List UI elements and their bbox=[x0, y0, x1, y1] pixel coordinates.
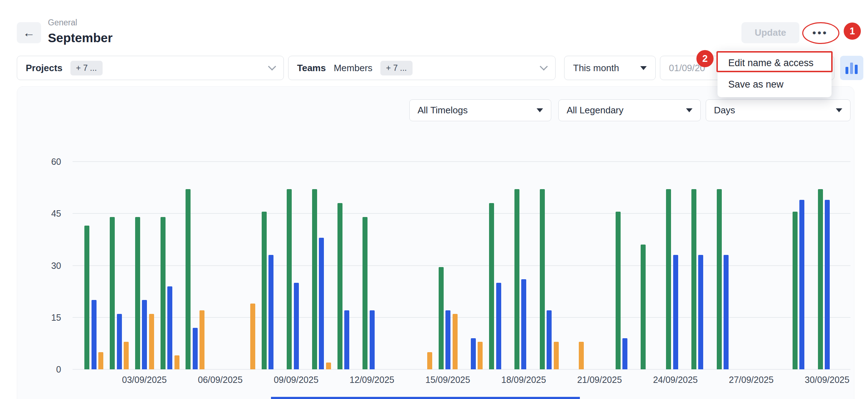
menu-item-save-as-new[interactable]: Save as new bbox=[717, 74, 832, 95]
bar-orange-day-20 bbox=[579, 342, 584, 369]
teams-filter-select[interactable]: Teams Members + 7 ... bbox=[288, 56, 556, 80]
x-tick-label: 27/09/2025 bbox=[721, 375, 781, 385]
bar-green-day-4 bbox=[161, 217, 166, 369]
bar-green-day-10 bbox=[312, 189, 317, 369]
bar-blue-day-22 bbox=[622, 338, 627, 369]
bar-blue-day-19 bbox=[547, 310, 552, 369]
bar-orange-day-7 bbox=[250, 304, 255, 369]
update-button[interactable]: Update bbox=[741, 22, 799, 43]
bar-blue-day-5 bbox=[193, 328, 198, 369]
bar-blue-day-17 bbox=[496, 283, 501, 369]
chevron-down-icon bbox=[540, 63, 548, 71]
bar-orange-day-16 bbox=[478, 342, 483, 369]
partial-bar-bottom bbox=[271, 397, 580, 399]
bar-blue-day-25 bbox=[698, 255, 703, 369]
bar-green-day-3 bbox=[135, 217, 140, 369]
y-tick-label: 45 bbox=[20, 208, 61, 219]
bar-blue-day-10 bbox=[319, 238, 324, 369]
bar-orange-day-3 bbox=[149, 314, 154, 369]
bar-green-day-29 bbox=[793, 212, 798, 369]
teams-filter-chip[interactable]: + 7 ... bbox=[380, 61, 413, 75]
more-dots-icon: ••• bbox=[812, 27, 828, 39]
bar-orange-day-5 bbox=[199, 310, 204, 369]
bar-green-day-23 bbox=[641, 245, 646, 369]
bar-green-day-22 bbox=[616, 212, 621, 369]
bar-green-day-15 bbox=[439, 267, 444, 369]
gridline bbox=[73, 161, 850, 162]
more-options-button[interactable]: ••• bbox=[803, 22, 837, 43]
bar-orange-day-10 bbox=[326, 363, 331, 369]
bar-green-day-17 bbox=[489, 203, 494, 369]
caret-down-icon bbox=[640, 66, 647, 70]
annotation-badge-1: 1 bbox=[844, 23, 861, 40]
bar-blue-day-24 bbox=[673, 255, 678, 369]
bar-green-day-18 bbox=[514, 189, 519, 369]
bar-orange-day-19 bbox=[554, 342, 559, 369]
bar-orange-day-4 bbox=[174, 355, 179, 369]
bar-green-day-24 bbox=[666, 189, 671, 369]
period-select[interactable]: This month bbox=[564, 56, 656, 80]
chevron-down-icon bbox=[268, 63, 276, 71]
bar-chart-icon bbox=[845, 62, 859, 74]
bar-orange-day-2 bbox=[124, 342, 129, 369]
bar-green-day-1 bbox=[84, 226, 89, 369]
bar-blue-day-11 bbox=[344, 310, 349, 369]
annotation-badge-2: 2 bbox=[696, 50, 714, 67]
chart-card: All Timelogs All Legendary Days 01530456… bbox=[17, 86, 854, 399]
bar-green-day-2 bbox=[110, 217, 115, 369]
bar-green-day-11 bbox=[337, 203, 342, 369]
bar-blue-day-30 bbox=[825, 200, 830, 369]
bar-green-day-26 bbox=[717, 189, 722, 369]
bar-green-day-25 bbox=[691, 189, 696, 369]
bar-blue-day-15 bbox=[445, 310, 450, 369]
x-tick-label: 12/09/2025 bbox=[341, 375, 402, 385]
y-tick-label: 30 bbox=[20, 260, 61, 271]
period-value: This month bbox=[573, 63, 619, 74]
projects-filter-select[interactable]: Projects + 7 ... bbox=[17, 56, 284, 80]
report-page: ← General September Update ••• Projects … bbox=[0, 0, 868, 399]
bar-orange-day-15 bbox=[453, 314, 458, 369]
projects-filter-chip[interactable]: + 7 ... bbox=[70, 61, 103, 75]
x-tick-label: 30/09/2025 bbox=[797, 375, 858, 385]
x-tick-label: 15/09/2025 bbox=[418, 375, 478, 385]
page-title: September bbox=[48, 31, 113, 45]
breadcrumb: General bbox=[48, 18, 77, 28]
bar-blue-day-2 bbox=[117, 314, 122, 369]
y-tick-label: 0 bbox=[20, 364, 61, 375]
bar-blue-day-16 bbox=[471, 338, 476, 369]
bar-blue-day-3 bbox=[142, 300, 147, 369]
bar-blue-day-12 bbox=[370, 310, 375, 369]
bar-orange-day-1 bbox=[98, 352, 103, 369]
bar-blue-day-9 bbox=[294, 283, 299, 369]
chart-view-button[interactable] bbox=[840, 56, 863, 80]
bar-blue-day-8 bbox=[268, 255, 273, 369]
x-tick-label: 06/09/2025 bbox=[190, 375, 251, 385]
x-tick-label: 03/09/2025 bbox=[114, 375, 175, 385]
bar-green-day-5 bbox=[186, 189, 191, 369]
bar-green-day-19 bbox=[540, 189, 545, 369]
teams-filter-label: Teams bbox=[297, 63, 326, 74]
bar-orange-day-14 bbox=[427, 352, 432, 369]
bar-green-day-12 bbox=[363, 217, 368, 369]
bar-green-day-9 bbox=[287, 189, 292, 369]
bar-blue-day-29 bbox=[799, 200, 804, 369]
x-tick-label: 21/09/2025 bbox=[569, 375, 630, 385]
x-tick-label: 24/09/2025 bbox=[645, 375, 706, 385]
y-tick-label: 15 bbox=[20, 312, 61, 322]
bar-blue-day-1 bbox=[92, 300, 97, 369]
back-arrow-icon: ← bbox=[23, 26, 35, 40]
x-tick-label: 09/09/2025 bbox=[266, 375, 326, 385]
plot-area: 01530456003/09/202506/09/202509/09/20251… bbox=[17, 87, 854, 399]
y-tick-label: 60 bbox=[20, 157, 61, 167]
members-filter-label: Members bbox=[334, 63, 372, 74]
projects-filter-label: Projects bbox=[26, 63, 63, 74]
bar-blue-day-26 bbox=[724, 255, 729, 369]
menu-item-edit-name-access[interactable]: Edit name & access bbox=[717, 52, 832, 74]
bar-green-day-8 bbox=[262, 212, 267, 369]
more-options-menu: Edit name & access Save as new bbox=[717, 50, 832, 97]
bar-green-day-30 bbox=[818, 189, 823, 369]
x-tick-label: 18/09/2025 bbox=[493, 375, 554, 385]
bar-blue-day-4 bbox=[167, 286, 172, 369]
back-button[interactable]: ← bbox=[17, 22, 41, 43]
bar-blue-day-18 bbox=[521, 279, 526, 369]
